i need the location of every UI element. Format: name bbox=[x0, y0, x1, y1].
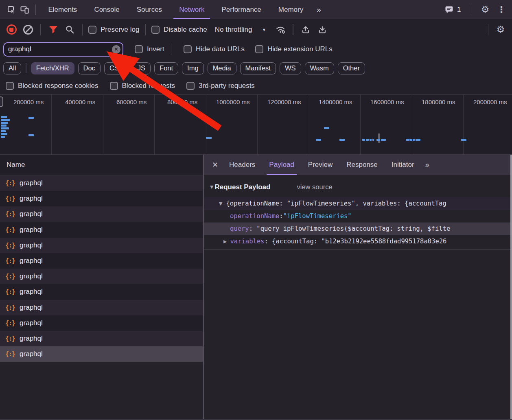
payload-row-query[interactable]: query: "query ipFlowTimeseries($accountT… bbox=[204, 222, 512, 235]
timeline-request-bar[interactable] bbox=[376, 139, 380, 141]
request-row[interactable]: {:}graphql bbox=[0, 222, 203, 238]
filter-chip-media[interactable]: Media bbox=[208, 62, 236, 74]
devtools-tab-network[interactable]: Network bbox=[171, 0, 213, 19]
clear-filter-icon[interactable]: ✕ bbox=[112, 45, 120, 54]
request-row[interactable]: {:}graphql bbox=[0, 206, 203, 222]
payload-row-operation-name[interactable]: operationName: "ipFlowTimeseries" bbox=[204, 210, 512, 222]
filter-chip-manifest[interactable]: Manifest bbox=[240, 62, 276, 74]
preserve-log-checkbox[interactable] bbox=[88, 26, 96, 34]
hide-data-urls-checkbox[interactable] bbox=[184, 45, 192, 53]
timeline-request-bar[interactable] bbox=[1, 116, 7, 118]
timeline-request-bar[interactable] bbox=[1, 125, 7, 127]
timeline-request-bar[interactable] bbox=[1, 127, 9, 129]
settings-gear-icon[interactable]: ⚙ bbox=[479, 3, 492, 16]
more-tabs-icon[interactable]: » bbox=[312, 5, 325, 14]
blocked-response-cookies-checkbox[interactable] bbox=[6, 82, 14, 90]
devtools-tab-memory[interactable]: Memory bbox=[270, 0, 312, 19]
kebab-menu-icon[interactable]: ⋮ bbox=[495, 3, 508, 16]
timeline-drag-handle[interactable] bbox=[0, 96, 3, 107]
filter-chip-js[interactable]: JS bbox=[132, 62, 151, 74]
request-row[interactable]: {:}graphql bbox=[0, 191, 203, 206]
filter-funnel-icon[interactable] bbox=[47, 23, 60, 36]
request-row[interactable]: {:}graphql bbox=[0, 331, 203, 346]
clear-network-log-icon[interactable] bbox=[22, 23, 35, 36]
scrollbar[interactable] bbox=[510, 155, 512, 419]
timeline-request-bar[interactable] bbox=[381, 139, 386, 141]
record-network-log-icon[interactable] bbox=[5, 23, 18, 36]
export-har-icon[interactable] bbox=[316, 23, 329, 36]
filter-chip-all[interactable]: All bbox=[3, 62, 21, 74]
timeline-request-bar[interactable] bbox=[1, 136, 5, 138]
timeline-request-bar[interactable] bbox=[461, 139, 466, 141]
timeline-request-bar[interactable] bbox=[416, 139, 420, 141]
import-har-icon[interactable] bbox=[299, 23, 312, 36]
detail-tab-headers[interactable]: Headers bbox=[222, 155, 262, 175]
collapse-triangle-icon[interactable]: ▼ bbox=[219, 201, 222, 206]
filter-chip-ws[interactable]: WS bbox=[280, 62, 301, 74]
invert-checkbox[interactable] bbox=[135, 45, 143, 53]
expand-triangle-icon[interactable]: ▶ bbox=[223, 239, 227, 244]
device-toolbar-icon[interactable] bbox=[18, 3, 31, 16]
timeline-request-bar[interactable] bbox=[1, 133, 7, 135]
timeline-request-bar[interactable] bbox=[206, 137, 212, 139]
name-column-header[interactable]: Name bbox=[0, 155, 203, 175]
request-row[interactable]: {:}graphql bbox=[0, 269, 203, 284]
timeline-request-bar[interactable] bbox=[1, 122, 8, 124]
request-row[interactable]: {:}graphql bbox=[0, 346, 203, 362]
timeline-request-bar[interactable] bbox=[362, 139, 365, 141]
timeline-request-bar[interactable] bbox=[413, 139, 415, 141]
request-row[interactable]: {:}graphql bbox=[0, 284, 203, 300]
filter-input[interactable] bbox=[3, 42, 123, 57]
timeline-request-bar[interactable] bbox=[1, 130, 6, 132]
network-overview-timeline[interactable]: 200000 ms400000 ms600000 ms800000 ms1000… bbox=[0, 95, 512, 155]
timeline-request-bar[interactable] bbox=[409, 139, 412, 141]
filter-chip-font[interactable]: Font bbox=[154, 62, 178, 74]
detail-tab-initiator[interactable]: Initiator bbox=[385, 155, 421, 175]
request-row[interactable]: {:}graphql bbox=[0, 315, 203, 331]
request-row[interactable]: {:}graphql bbox=[0, 238, 203, 253]
blocked-requests-checkbox[interactable] bbox=[110, 82, 118, 90]
devtools-tab-performance[interactable]: Performance bbox=[213, 0, 269, 19]
timeline-scrubber[interactable] bbox=[378, 133, 380, 143]
devtools-tab-console[interactable]: Console bbox=[85, 0, 128, 19]
detail-tab-preview[interactable]: Preview bbox=[301, 155, 339, 175]
detail-tab-payload[interactable]: Payload bbox=[262, 155, 301, 175]
close-detail-icon[interactable]: ✕ bbox=[212, 160, 218, 169]
timeline-request-bar[interactable] bbox=[324, 127, 329, 129]
timeline-request-bar[interactable] bbox=[28, 117, 34, 119]
issues-button[interactable]: 1 bbox=[442, 6, 463, 14]
view-source-link[interactable]: view source bbox=[297, 183, 332, 191]
request-row[interactable]: {:}graphql bbox=[0, 300, 203, 315]
timeline-request-bar[interactable] bbox=[366, 139, 369, 141]
3rd-party-requests-checkbox[interactable] bbox=[186, 82, 195, 90]
filter-chip-fetch-xhr[interactable]: Fetch/XHR bbox=[31, 62, 74, 74]
timeline-request-bar[interactable] bbox=[28, 134, 34, 136]
timeline-request-bar[interactable] bbox=[1, 119, 10, 121]
payload-row-variables[interactable]: ▶ variables: {accountTag: "b12e3b2192ee5… bbox=[204, 235, 512, 247]
devtools-tab-elements[interactable]: Elements bbox=[40, 0, 86, 19]
filter-chip-img[interactable]: Img bbox=[182, 62, 204, 74]
throttling-dropdown[interactable]: No throttling ▼ bbox=[211, 26, 271, 34]
hide-extension-urls-checkbox[interactable] bbox=[255, 45, 263, 53]
devtools-tab-sources[interactable]: Sources bbox=[128, 0, 171, 19]
network-conditions-icon[interactable] bbox=[274, 23, 287, 36]
detail-tab-response[interactable]: Response bbox=[339, 155, 385, 175]
timeline-request-bar[interactable] bbox=[316, 139, 321, 141]
filter-chip-doc[interactable]: Doc bbox=[78, 62, 101, 74]
filter-chip-other[interactable]: Other bbox=[338, 62, 365, 74]
timeline-request-bar[interactable] bbox=[370, 139, 372, 141]
search-icon[interactable] bbox=[63, 23, 77, 36]
filter-chip-wasm[interactable]: Wasm bbox=[305, 62, 334, 74]
collapse-triangle-icon[interactable]: ▼ bbox=[210, 184, 213, 190]
timeline-request-bar[interactable] bbox=[339, 139, 345, 141]
payload-preview-row[interactable]: ▼ {operationName: "ipFlowTimeseries", va… bbox=[204, 197, 512, 210]
request-row[interactable]: {:}graphql bbox=[0, 253, 203, 269]
network-settings-gear-icon[interactable]: ⚙ bbox=[494, 23, 507, 36]
timeline-request-bar[interactable] bbox=[372, 139, 374, 141]
inspect-element-icon[interactable] bbox=[5, 3, 18, 16]
timeline-request-bar[interactable] bbox=[406, 139, 409, 141]
disable-cache-checkbox[interactable] bbox=[151, 26, 160, 34]
request-row[interactable]: {:}graphql bbox=[0, 175, 203, 191]
detail-more-tabs-icon[interactable]: » bbox=[421, 160, 433, 169]
filter-chip-css[interactable]: CSS bbox=[104, 62, 129, 74]
